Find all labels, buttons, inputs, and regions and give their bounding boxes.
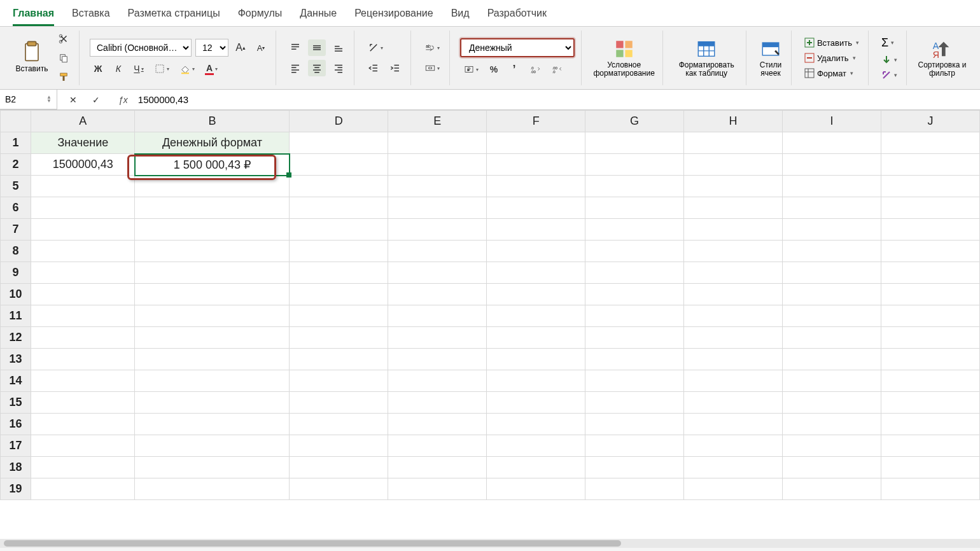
cell-I16[interactable] [783, 414, 881, 435]
cell-D13[interactable] [290, 349, 388, 370]
cell-E13[interactable] [388, 349, 487, 370]
cell-B8[interactable] [135, 241, 290, 262]
cell-F14[interactable] [487, 370, 585, 392]
cell-A6[interactable] [31, 197, 135, 219]
cell-E19[interactable] [388, 478, 487, 500]
cell-G6[interactable] [585, 197, 684, 219]
row-header-18[interactable]: 18 [1, 457, 31, 478]
name-box-spinner-icon[interactable]: ▲▼ [46, 95, 52, 103]
cell-I14[interactable] [783, 370, 881, 392]
cell-D16[interactable] [290, 414, 388, 435]
row-header-5[interactable]: 5 [1, 176, 31, 197]
cell-E11[interactable] [388, 305, 487, 327]
bold-button[interactable]: Ж [90, 60, 106, 77]
cell-J8[interactable] [881, 241, 979, 262]
cell-J12[interactable] [881, 327, 979, 349]
row-header-6[interactable]: 6 [1, 197, 31, 219]
cell-J13[interactable] [881, 349, 979, 370]
cell-E12[interactable] [388, 327, 487, 349]
align-right-button[interactable] [330, 60, 347, 76]
align-bottom-button[interactable] [330, 39, 347, 56]
cell-J1[interactable] [881, 132, 979, 154]
cell-G14[interactable] [585, 370, 684, 392]
cell-B17[interactable] [135, 435, 290, 457]
insert-cells-button[interactable]: Вставить▾ [802, 37, 862, 48]
increase-font-button[interactable]: A▴ [232, 39, 249, 56]
cell-G18[interactable] [585, 457, 684, 478]
cell-B7[interactable] [135, 219, 290, 241]
col-header-A[interactable]: A [31, 111, 135, 132]
clear-button[interactable]: ▾ [879, 69, 900, 81]
row-header-13[interactable]: 13 [1, 349, 31, 370]
cell-H13[interactable] [684, 349, 783, 370]
cell-D5[interactable] [290, 176, 388, 197]
cell-G8[interactable] [585, 241, 684, 262]
cell-A13[interactable] [31, 349, 135, 370]
cell-J15[interactable] [881, 392, 979, 414]
cut-button[interactable] [55, 31, 73, 47]
cell-D18[interactable] [290, 457, 388, 478]
fill-color-button[interactable] [176, 60, 198, 77]
cell-J18[interactable] [881, 457, 979, 478]
tab-view[interactable]: Вид [451, 5, 470, 26]
cell-H9[interactable] [684, 262, 783, 284]
cell-I12[interactable] [783, 327, 881, 349]
number-format-select[interactable]: Денежный [460, 38, 575, 57]
cell-A9[interactable] [31, 262, 135, 284]
cell-E9[interactable] [388, 262, 487, 284]
align-top-button[interactable] [286, 39, 304, 56]
horizontal-scrollbar[interactable] [0, 539, 980, 548]
cell-A2[interactable]: 1500000,43 [31, 154, 135, 176]
cell-H1[interactable] [684, 132, 783, 154]
cell-G11[interactable] [585, 305, 684, 327]
cancel-formula-button[interactable]: ✕ [65, 92, 81, 108]
decrease-indent-button[interactable] [365, 60, 382, 76]
cell-D7[interactable] [290, 219, 388, 241]
cell-B5[interactable] [135, 176, 290, 197]
cell-E5[interactable] [388, 176, 487, 197]
row-header-15[interactable]: 15 [1, 392, 31, 414]
col-header-F[interactable]: F [487, 111, 585, 132]
row-header-7[interactable]: 7 [1, 219, 31, 241]
cell-H18[interactable] [684, 457, 783, 478]
spreadsheet-grid[interactable]: A B D E F G H I J 1ЗначениеДенежный форм… [0, 110, 980, 548]
fx-icon[interactable]: ƒx [112, 95, 134, 105]
confirm-formula-button[interactable]: ✓ [88, 92, 104, 108]
tab-data[interactable]: Данные [300, 5, 337, 26]
cell-J6[interactable] [881, 197, 979, 219]
cell-I13[interactable] [783, 349, 881, 370]
col-header-J[interactable]: J [881, 111, 979, 132]
cell-I10[interactable] [783, 284, 881, 305]
col-header-E[interactable]: E [388, 111, 487, 132]
cell-B18[interactable] [135, 457, 290, 478]
align-center-button[interactable] [308, 60, 326, 76]
cell-E14[interactable] [388, 370, 487, 392]
tab-insert[interactable]: Вставка [72, 5, 109, 26]
cell-A16[interactable] [31, 414, 135, 435]
cell-F9[interactable] [487, 262, 585, 284]
cell-D19[interactable] [290, 478, 388, 500]
italic-button[interactable]: К [110, 60, 127, 77]
col-header-I[interactable]: I [783, 111, 881, 132]
cell-I1[interactable] [783, 132, 881, 154]
name-box[interactable]: B2 ▲▼ [0, 90, 57, 109]
cell-G2[interactable] [585, 154, 684, 176]
align-left-button[interactable] [286, 60, 304, 76]
cell-I2[interactable] [783, 154, 881, 176]
cell-I18[interactable] [783, 457, 881, 478]
cell-A14[interactable] [31, 370, 135, 392]
cell-J17[interactable] [881, 435, 979, 457]
cell-A8[interactable] [31, 241, 135, 262]
cell-H19[interactable] [684, 478, 783, 500]
borders-button[interactable] [151, 60, 172, 77]
cell-G12[interactable] [585, 327, 684, 349]
copy-button[interactable] [55, 50, 73, 66]
cell-J7[interactable] [881, 219, 979, 241]
tab-review[interactable]: Рецензирование [354, 5, 433, 26]
cell-I15[interactable] [783, 392, 881, 414]
cell-D2[interactable] [290, 154, 388, 176]
cell-B1[interactable]: Денежный формат [135, 132, 290, 154]
cell-G17[interactable] [585, 435, 684, 457]
cell-F11[interactable] [487, 305, 585, 327]
cell-I11[interactable] [783, 305, 881, 327]
